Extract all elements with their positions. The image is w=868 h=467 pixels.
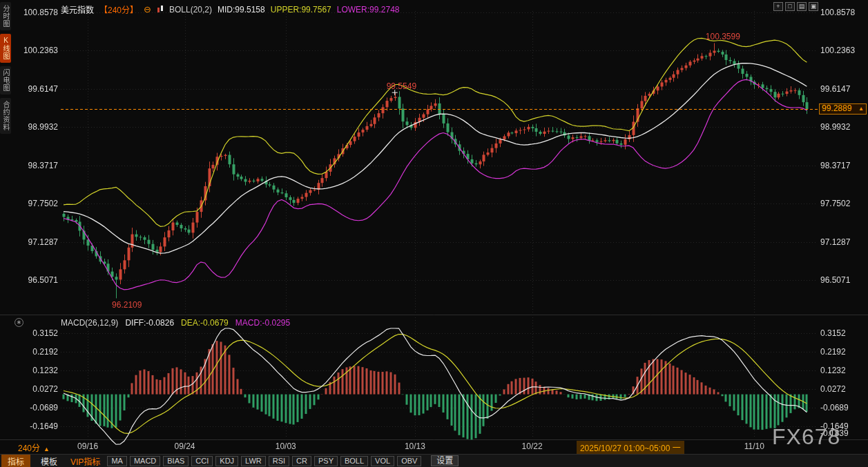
toolbar-tab-templates[interactable]: 模板 [35, 455, 64, 467]
indicator-button-obv[interactable]: OBV [397, 456, 421, 466]
collapse-icon[interactable]: ⊖ [144, 4, 151, 14]
window-controls: + □ ▤ ▣ [773, 2, 818, 11]
single-window-icon[interactable]: □ [785, 2, 795, 11]
grid-windows-icon[interactable]: ▣ [809, 2, 818, 11]
bottom-toolbar: 指标 模板 VIP指标 MAMACDBIASCCIKDJLWRRSICRPSYB… [0, 454, 868, 467]
trading-terminal: 分时图 K线图 闪电图 合约资料 美元指数 【240分】 ⊖ BOLL(20,2… [0, 0, 868, 467]
indicator-button-kdj[interactable]: KDJ [215, 456, 238, 466]
timeframe-label: 240分 [18, 444, 40, 453]
settings-button[interactable]: 设置 [431, 455, 459, 466]
period-label: 【240分】 [99, 3, 138, 15]
chart-header: 美元指数 【240分】 ⊖ BOLL(20,2) MID:99.5158 UPP… [61, 3, 400, 15]
indicator-button-macd[interactable]: MACD [130, 456, 160, 466]
selected-date-label: 2025/10/27 01:00~05:00 一 [577, 441, 684, 454]
boll-lower-value: LOWER:99.2748 [337, 5, 400, 14]
indicator-buttons-group: MAMACDBIASCCIKDJLWRRSICRPSYBOLLVOLOBV [107, 456, 421, 466]
indicator-button-boll[interactable]: BOLL [340, 456, 368, 466]
indicator-button-cci[interactable]: CCI [191, 456, 213, 466]
boll-upper-value: UPPER:99.7567 [271, 5, 331, 14]
boll-indicator-label: BOLL(20,2) [169, 5, 212, 14]
macd-diff-value: DIFF:-0.0826 [125, 318, 174, 328]
sidebar-tab-time-chart[interactable]: 分时图 [0, 2, 11, 30]
macd-macd-value: MACD:-0.0295 [235, 318, 290, 328]
date-label: 09/24 [171, 441, 199, 451]
date-label: 09/16 [74, 441, 102, 451]
indicator-button-cr[interactable]: CR [292, 456, 311, 466]
macd-indicator-label: MACD(26,12,9) [61, 318, 118, 328]
date-label: 11/10 [740, 441, 768, 451]
candlestick-icon [157, 6, 164, 13]
symbol-name: 美元指数 [61, 3, 94, 15]
macd-header: MACD(26,12,9) DIFF:-0.0826 DEA:-0.0679 M… [61, 318, 290, 328]
price-up-arrow-icon: ▲ [858, 103, 864, 114]
split-windows-icon[interactable]: ▤ [797, 2, 807, 11]
indicator-button-bias[interactable]: BIAS [163, 456, 189, 466]
last-price-value: 99.2889 [822, 103, 851, 114]
date-label: 10/03 [272, 441, 300, 451]
indicator-button-lwr[interactable]: LWR [241, 456, 266, 466]
indicator-button-ma[interactable]: MA [107, 456, 127, 466]
sidebar-tab-lightning-chart[interactable]: 闪电图 [0, 66, 11, 95]
toolbar-tab-indicators[interactable]: 指标 [1, 455, 30, 467]
indicator-button-psy[interactable]: PSY [314, 456, 338, 466]
timeframe-badge[interactable]: 240分▲ [18, 441, 50, 453]
date-label: 10/22 [519, 441, 546, 451]
kline-chart-canvas[interactable] [0, 0, 868, 467]
left-sidebar: 分时图 K线图 闪电图 合约资料 [0, 0, 11, 453]
indicator-button-rsi[interactable]: RSI [269, 456, 289, 466]
timeframe-arrow-icon: ▲ [44, 446, 50, 453]
sidebar-tab-kline-chart[interactable]: K线图 [0, 34, 11, 63]
timeline: 240分▲ 09/1609/2410/0310/1310/2211/10 202… [0, 441, 868, 453]
new-window-icon[interactable]: + [773, 2, 783, 11]
date-label: 10/13 [401, 441, 429, 451]
last-price-tag: 99.2889 ▲ [819, 103, 867, 115]
macd-dea-value: DEA:-0.0679 [181, 318, 229, 328]
subchart-settings-icon[interactable]: ∗ [15, 318, 23, 327]
toolbar-vip-indicators[interactable]: VIP指标 [68, 455, 103, 467]
boll-mid-value: MID:99.5158 [218, 5, 265, 14]
indicator-button-vol[interactable]: VOL [371, 456, 394, 466]
sidebar-tab-contract-info[interactable]: 合约资料 [0, 98, 11, 134]
